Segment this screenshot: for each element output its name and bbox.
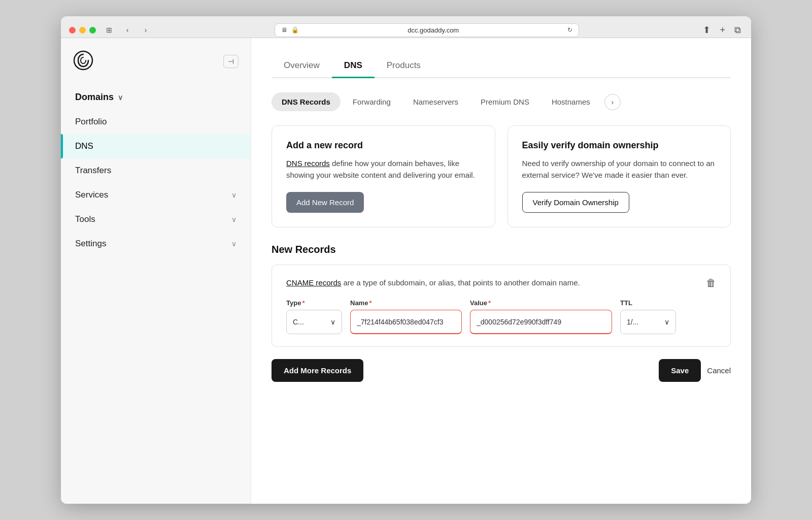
services-chevron-icon: ∨ <box>231 191 236 199</box>
domains-chevron-icon: ∨ <box>118 93 123 102</box>
verify-domain-title: Easily verify domain ownership <box>522 140 717 151</box>
sub-tab-premium-dns[interactable]: Premium DNS <box>470 92 539 111</box>
settings-label: Settings <box>75 239 106 249</box>
verify-domain-button[interactable]: Verify Domain Ownership <box>522 192 629 213</box>
sub-tab-dns-records[interactable]: DNS Records <box>272 92 341 111</box>
sidebar-item-settings[interactable]: Settings ∨ <box>61 232 251 256</box>
forward-btn[interactable]: › <box>139 23 153 37</box>
sidebar-domains-section[interactable]: Domains ∨ <box>61 85 251 110</box>
new-tab-btn[interactable]: + <box>718 23 727 38</box>
sidebar-navigation: Domains ∨ Portfolio DNS Transfers <box>61 85 251 256</box>
right-actions: Save Cancel <box>659 359 731 382</box>
sub-tab-forwarding[interactable]: Forwarding <box>343 92 401 111</box>
name-field-group: Name* <box>350 299 462 334</box>
url-display: dcc.godaddy.com <box>303 26 563 34</box>
dns-label: DNS <box>75 141 93 151</box>
value-required-indicator: * <box>488 299 491 307</box>
type-label: Type* <box>286 299 342 307</box>
sidebar-settings-section: Settings ∨ <box>61 232 251 256</box>
add-record-card: Add a new record DNS records define how … <box>272 125 495 228</box>
sidebar: ⊣ Domains ∨ Portfolio DNS <box>61 38 251 504</box>
reload-icon[interactable]: ↻ <box>567 26 572 34</box>
sub-tab-hostnames[interactable]: Hostnames <box>542 92 600 111</box>
cname-desc-text: are a type of subdomain, or alias, that … <box>341 278 580 287</box>
browser-controls: ⊞ ‹ › <box>102 23 153 37</box>
tab-switcher-btn[interactable]: ⧉ <box>732 23 743 38</box>
transfers-label: Transfers <box>75 166 111 176</box>
browser-chrome: ⊞ ‹ › 🖥 🔒 dcc.godaddy.com ↻ ⬆ + ⧉ <box>61 16 751 38</box>
verify-domain-card: Easily verify domain ownership Need to v… <box>507 125 731 228</box>
add-record-title: Add a new record <box>286 140 481 151</box>
bottom-actions: Add More Records Save Cancel <box>272 359 731 382</box>
dns-records-link[interactable]: DNS records <box>286 159 330 168</box>
maximize-traffic-light[interactable] <box>89 27 96 34</box>
tools-chevron-icon: ∨ <box>231 215 236 223</box>
browser-actions: ⬆ + ⧉ <box>701 22 743 38</box>
address-bar[interactable]: 🖥 🔒 dcc.godaddy.com ↻ <box>275 23 579 37</box>
type-select[interactable]: C... ∨ <box>286 310 342 334</box>
ttl-label: TTL <box>620 299 676 307</box>
name-label: Name* <box>350 299 462 307</box>
ttl-select-chevron-icon: ∨ <box>664 318 669 326</box>
settings-chevron-icon: ∨ <box>231 240 236 248</box>
services-label: Services <box>75 190 108 200</box>
monitor-icon: 🖥 <box>281 26 287 34</box>
name-input[interactable] <box>350 310 462 334</box>
sub-tab-nameservers[interactable]: Nameservers <box>403 92 468 111</box>
tab-products[interactable]: Products <box>375 54 433 78</box>
record-box-description: CNAME records are a type of subdomain, o… <box>286 277 580 289</box>
cancel-button[interactable]: Cancel <box>707 366 731 375</box>
record-box: CNAME records are a type of subdomain, o… <box>272 265 731 347</box>
record-fields: Type* C... ∨ Name* <box>286 299 716 334</box>
sub-tabs-more-btn[interactable]: › <box>604 94 621 110</box>
sub-tabs: DNS Records Forwarding Nameservers Premi… <box>272 92 731 111</box>
record-box-header: CNAME records are a type of subdomain, o… <box>286 277 716 289</box>
new-records-section-title: New Records <box>272 244 731 255</box>
sidebar-portfolio-section: Portfolio <box>61 110 251 134</box>
name-required-indicator: * <box>369 299 371 307</box>
portfolio-label: Portfolio <box>75 117 107 127</box>
sidebar-dns-section: DNS <box>61 134 251 158</box>
share-btn[interactable]: ⬆ <box>701 22 713 38</box>
sidebar-item-dns[interactable]: DNS <box>61 134 251 158</box>
add-new-record-button[interactable]: Add New Record <box>286 192 364 213</box>
ttl-select-value: 1/... <box>627 318 638 326</box>
minimize-traffic-light[interactable] <box>79 27 86 34</box>
add-more-records-button[interactable]: Add More Records <box>272 359 363 382</box>
sidebar-transfers-section: Transfers <box>61 158 251 183</box>
sidebar-logo-area: ⊣ <box>61 50 251 85</box>
value-input[interactable] <box>470 310 612 334</box>
sidebar-item-portfolio[interactable]: Portfolio <box>61 110 251 134</box>
sub-tabs-more-icon: › <box>611 98 614 106</box>
tab-overview[interactable]: Overview <box>272 54 332 78</box>
cards-row: Add a new record DNS records define how … <box>272 125 731 228</box>
tools-label: Tools <box>75 214 95 224</box>
cname-records-link[interactable]: CNAME records <box>286 278 341 287</box>
tab-dns[interactable]: DNS <box>332 54 375 78</box>
godaddy-logo <box>73 50 93 73</box>
trash-icon: 🗑 <box>706 277 716 288</box>
back-btn[interactable]: ‹ <box>120 23 134 37</box>
save-button[interactable]: Save <box>659 359 701 382</box>
main-content: Overview DNS Products DNS Records Forwar… <box>251 38 751 504</box>
type-field-group: Type* C... ∨ <box>286 299 342 334</box>
ttl-select[interactable]: 1/... ∨ <box>620 310 676 334</box>
traffic-lights <box>69 27 96 34</box>
sidebar-collapse-btn[interactable]: ⊣ <box>223 55 239 68</box>
sidebar-item-tools[interactable]: Tools ∨ <box>61 207 251 232</box>
type-required-indicator: * <box>302 299 304 307</box>
domains-label: Domains <box>75 92 114 103</box>
close-traffic-light[interactable] <box>69 27 76 34</box>
ttl-field-group: TTL 1/... ∨ <box>620 299 676 334</box>
sidebar-item-services[interactable]: Services ∨ <box>61 183 251 207</box>
lock-icon: 🔒 <box>291 26 299 34</box>
sidebar-toggle-browser-btn[interactable]: ⊞ <box>102 23 116 37</box>
type-select-chevron-icon: ∨ <box>330 318 335 326</box>
sidebar-tools-section: Tools ∨ <box>61 207 251 232</box>
sidebar-item-transfers[interactable]: Transfers <box>61 158 251 183</box>
value-label: Value* <box>470 299 612 307</box>
sidebar-services-section: Services ∨ <box>61 183 251 207</box>
delete-record-btn[interactable]: 🗑 <box>706 277 716 289</box>
browser-body: ⊣ Domains ∨ Portfolio DNS <box>61 38 751 504</box>
add-record-text: DNS records define how your domain behav… <box>286 158 481 181</box>
